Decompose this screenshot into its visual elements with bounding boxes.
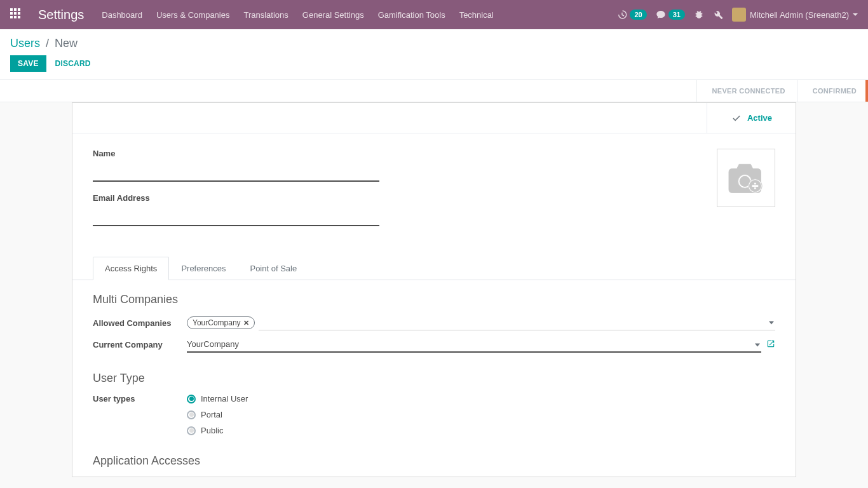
menu-technical[interactable]: Technical [459,10,494,20]
control-panel: Users / New SAVE DISCARD [0,29,868,79]
app-accesses-title: Application Accesses [93,454,775,468]
apps-icon[interactable] [10,8,23,21]
app-title: Settings [38,8,84,22]
statusbar: NEVER CONNECTED CONFIRMED [0,79,868,102]
breadcrumb-current: New [55,37,78,50]
current-company-input[interactable] [187,337,761,353]
company-tag-label: YourCompany [193,318,241,327]
active-label: Active [747,113,772,123]
external-link-icon[interactable] [766,339,775,350]
chevron-down-icon[interactable] [769,322,774,325]
discard-button[interactable]: DISCARD [55,59,91,68]
menu-users-companies[interactable]: Users & Companies [156,10,230,20]
active-toggle[interactable]: Active [707,103,796,133]
email-label: Email Address [93,193,379,203]
breadcrumb-separator: / [46,37,49,50]
messages-count-badge: 31 [668,10,685,20]
activities-count-badge: 20 [630,10,646,20]
radio-icon [187,410,196,419]
accent-edge [865,80,868,102]
user-type-title: User Type [93,372,775,385]
section-app-accesses: Application Accesses [93,442,775,468]
dev-tools-icon[interactable] [713,10,723,20]
section-multi-companies: Multi Companies Allowed Companies YourCo… [93,280,775,353]
status-confirmed[interactable]: CONFIRMED [797,80,868,102]
status-never-connected[interactable]: NEVER CONNECTED [696,80,797,102]
allowed-companies-input[interactable] [259,315,775,330]
menu-gamification[interactable]: Gamification Tools [378,10,445,20]
radio-portal[interactable]: Portal [187,410,248,419]
section-user-type: User Type User types Internal User Porta… [93,359,775,435]
allowed-companies-label: Allowed Companies [93,318,187,328]
tab-point-of-sale[interactable]: Point of Sale [238,257,309,280]
radio-icon [187,395,196,403]
debug-icon[interactable] [694,10,704,20]
chevron-down-icon[interactable] [755,343,760,346]
messages-icon[interactable]: 31 [656,10,685,20]
email-input[interactable] [93,204,379,226]
form-sheet: Active Name Email Address [72,102,796,477]
radio-portal-label: Portal [201,410,222,419]
menu-translations[interactable]: Translations [243,10,288,20]
menu-dashboard[interactable]: Dashboard [102,10,142,20]
breadcrumb-users[interactable]: Users [10,37,40,50]
remove-tag-icon[interactable]: ✕ [243,319,249,327]
radio-icon [187,426,196,435]
main-menu: Dashboard Users & Companies Translations… [102,10,494,20]
top-navbar: Settings Dashboard Users & Companies Tra… [0,0,868,29]
radio-internal-user[interactable]: Internal User [187,394,248,403]
chevron-down-icon [853,13,858,16]
menu-general-settings[interactable]: General Settings [302,10,364,20]
multi-companies-title: Multi Companies [93,293,775,306]
tab-access-rights[interactable]: Access Rights [93,257,169,280]
photo-upload[interactable] [717,149,775,207]
user-avatar-icon [732,8,746,22]
tab-preferences[interactable]: Preferences [169,257,238,280]
company-tag[interactable]: YourCompany ✕ [187,316,255,329]
form-container: Active Name Email Address [0,102,868,488]
current-company-label: Current Company [93,340,187,349]
svg-rect-5 [752,185,759,187]
radio-public-label: Public [201,426,223,435]
radio-internal-label: Internal User [201,394,248,403]
camera-plus-icon [723,159,769,197]
tabs: Access Rights Preferences Point of Sale [72,257,796,280]
name-input[interactable] [93,159,379,182]
name-label: Name [93,149,379,158]
activities-icon[interactable]: 20 [617,10,646,20]
save-button[interactable]: SAVE [10,55,46,72]
user-menu[interactable]: Mitchell Admin (Sreenath2) [732,8,858,22]
user-types-label: User types [93,394,187,403]
check-icon [731,113,742,123]
user-name-label: Mitchell Admin (Sreenath2) [750,10,849,20]
radio-public[interactable]: Public [187,426,248,435]
breadcrumb: Users / New [10,37,858,50]
